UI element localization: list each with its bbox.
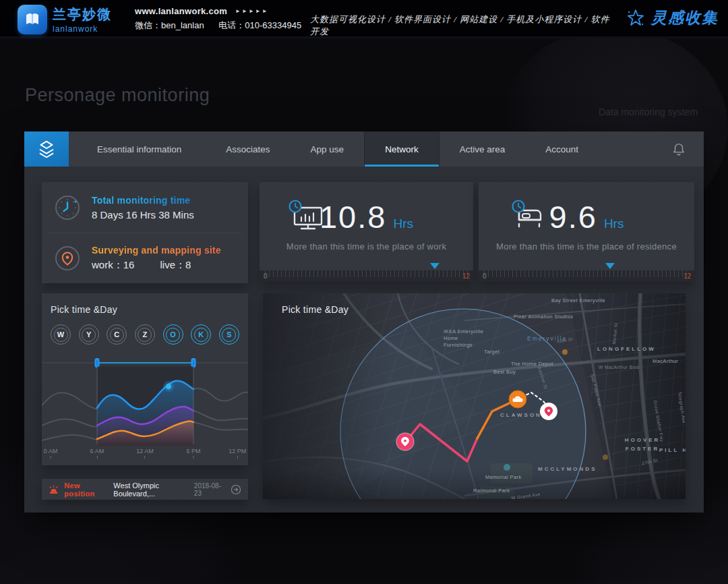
page-title: Personage monitoring <box>25 85 210 106</box>
poi-label: IKEA Emeryville Home Furnishings <box>444 328 487 348</box>
work-label: work： <box>92 259 123 270</box>
contact-block: www.lanlanwork.com ►►►►► 微信：ben_lanlan 电… <box>135 6 313 32</box>
live-value: 8 <box>185 259 191 270</box>
activity-map-card[interactable]: Pick time &Day LONGFELLOW CLAWSON MCCLYM… <box>263 293 686 499</box>
poi-label: Best Buy <box>493 369 516 375</box>
mapping-site-title: Surveying and mapping site <box>92 245 221 256</box>
tab-app-use[interactable]: App use <box>291 132 365 167</box>
tab-network[interactable]: Network <box>364 132 439 167</box>
brand-name-en: lanlanwork <box>53 24 112 34</box>
arrow-circle-icon <box>231 484 241 495</box>
tab-essential-information[interactable]: Essential information <box>69 132 206 167</box>
star-icon <box>626 8 646 28</box>
top-header-bar: 兰亭妙微 lanlanwork www.lanlanwork.com ►►►►►… <box>0 0 728 38</box>
residence-hours-value: 9.6 <box>549 199 597 235</box>
poi-label: The Home Depot <box>511 361 553 367</box>
poi-label: Raimondi Park <box>473 488 510 494</box>
day-button-z[interactable]: Z <box>135 324 155 345</box>
residence-hours-card: 9.6Hrs More than this time is the place … <box>479 182 694 282</box>
total-monitoring-title: Total monitoring time <box>92 195 194 206</box>
poi-label: Memorial Park <box>485 474 522 480</box>
day-button-c[interactable]: C <box>107 324 127 345</box>
alert-detail-button[interactable] <box>231 484 241 495</box>
ruler-max: 12 <box>462 272 470 280</box>
monitoring-summary-card: Total monitoring time 8 Days 16 Hrs 38 M… <box>42 182 248 283</box>
residence-hours-value-row: 9.6Hrs <box>479 198 694 235</box>
day-button-o[interactable]: O <box>163 324 183 345</box>
district-label: LONGFELLOW <box>597 346 656 352</box>
ruler-max: 12 <box>684 272 691 280</box>
residence-slider-marker[interactable] <box>605 263 615 269</box>
alert-label: New position <box>64 481 108 498</box>
residence-hours-caption: More than this time is the place of resi… <box>479 241 694 252</box>
brand-name-cn: 兰亭妙微 <box>53 5 112 24</box>
work-live-values: work：16 live：8 <box>92 259 221 272</box>
tab-bar: Essential information Associates App use… <box>24 132 704 167</box>
day-button-k[interactable]: K <box>191 324 211 345</box>
work-hours-value: 10.8 <box>320 199 386 235</box>
layers-icon <box>35 138 58 160</box>
work-slider-marker[interactable] <box>430 263 439 269</box>
street-label: W MacArthur Blvd <box>599 365 639 370</box>
services-tagline: 大数据可视化设计 / 软件界面设计 / 网站建设 / 手机及小程序设计 / 软件… <box>310 13 613 38</box>
phone-number: 电话：010-63334945 <box>218 20 301 30</box>
new-position-alert-bar[interactable]: New position West Olympic Boulevard,... … <box>42 479 248 500</box>
slider-active-range <box>97 362 193 363</box>
district-label: CLAWSON <box>500 412 542 418</box>
tab-account[interactable]: Account <box>525 132 599 167</box>
poi-label: Target <box>484 349 499 355</box>
map-card-title: Pick time &Day <box>282 304 348 315</box>
website-url[interactable]: www.lanlanwork.com <box>135 6 227 16</box>
live-label: live： <box>160 259 186 270</box>
alert-address: West Olympic Boulevard,... <box>113 481 194 498</box>
axis-tick: 0 AM <box>44 448 58 459</box>
wechat-id: 微信：ben_lanlan <box>135 20 204 30</box>
bell-icon <box>671 142 686 156</box>
clock-icon <box>54 194 81 221</box>
watermark-subtitle: Data monitoring system <box>599 107 698 117</box>
notifications-button[interactable] <box>671 132 704 167</box>
brand-text: 兰亭妙微 lanlanwork <box>53 5 112 34</box>
day-selector-row: W Y C Z O K S <box>51 324 239 345</box>
main-panel: Essential information Associates App use… <box>24 132 704 513</box>
arrows-decoration: ►►►►► <box>235 8 269 14</box>
axis-tick: 12 AM <box>136 448 154 459</box>
work-hours-ruler[interactable]: 0 12 <box>260 270 473 282</box>
district-label: PILL HILL <box>659 447 686 453</box>
book-icon <box>23 10 42 29</box>
work-value: 16 <box>123 259 135 270</box>
day-button-s[interactable]: S <box>219 324 239 345</box>
residence-hours-ruler[interactable]: 0 12 <box>479 270 694 282</box>
total-monitoring-value: 8 Days 16 Hrs 38 Mins <box>92 209 194 221</box>
ruler-min: 0 <box>483 272 487 280</box>
tab-associates[interactable]: Associates <box>206 132 290 167</box>
inspiration-collect[interactable]: 灵感收集 <box>626 7 719 28</box>
residence-hours-unit: Hrs <box>604 216 624 231</box>
axis-tick: 6 PM <box>186 448 200 459</box>
work-hours-card: 10.8Hrs More than this time is the place… <box>260 182 473 282</box>
current-position-pin-marker[interactable] <box>396 433 414 450</box>
day-button-w[interactable]: W <box>51 324 71 345</box>
work-hours-value-row: 10.8Hrs <box>260 198 473 235</box>
pick-time-day-card: Pick time &Day W Y C Z O K S <box>42 293 248 465</box>
data-point-marker[interactable] <box>166 384 171 389</box>
work-hours-caption: More than this time is the place of work <box>260 241 473 252</box>
siren-icon <box>49 484 59 495</box>
pick-chart-title: Pick time &Day <box>51 304 117 315</box>
collect-label: 灵感收集 <box>651 7 719 28</box>
poi-label: Bay Street Emeryville <box>551 297 605 303</box>
work-hours-unit: Hrs <box>393 216 413 231</box>
vehicle-marker[interactable] <box>509 390 526 408</box>
location-pin-icon <box>54 245 81 272</box>
brand-logo[interactable] <box>18 5 47 34</box>
total-monitoring-row: Total monitoring time 8 Days 16 Hrs 38 M… <box>42 182 248 233</box>
destination-pin-marker[interactable] <box>540 403 557 420</box>
tab-active-area[interactable]: Active area <box>439 132 526 167</box>
axis-tick: 6 AM <box>90 448 104 459</box>
time-axis: 0 AM 6 AM 12 AM 6 PM 12 PM <box>51 448 239 460</box>
map-canvas <box>263 293 686 499</box>
day-button-y[interactable]: Y <box>79 324 99 345</box>
alert-date: 2018-08-23 <box>194 482 225 497</box>
activity-wave-chart <box>42 366 248 446</box>
panel-home-button[interactable] <box>24 132 69 167</box>
